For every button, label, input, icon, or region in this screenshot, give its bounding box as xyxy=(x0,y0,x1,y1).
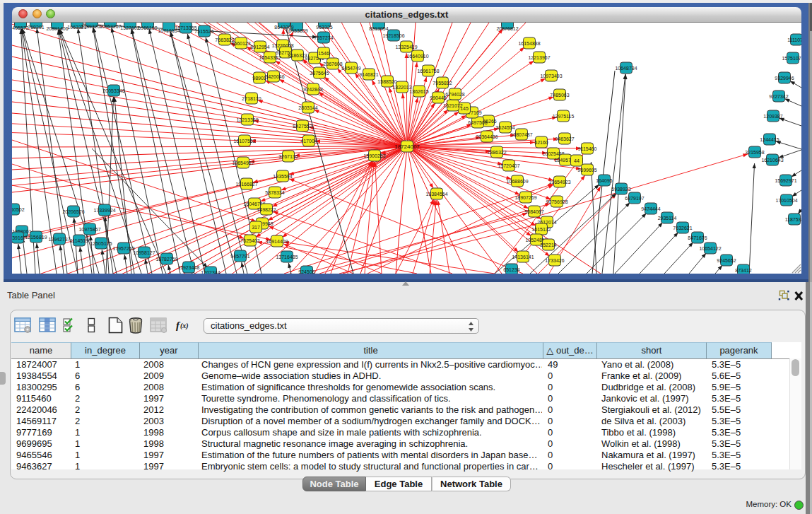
svg-text:16210643: 16210643 xyxy=(761,158,783,163)
svg-text:8427552: 8427552 xyxy=(293,124,312,129)
svg-text:16640910: 16640910 xyxy=(406,54,428,59)
svg-text:9474444: 9474444 xyxy=(641,206,660,211)
svg-text:10653267: 10653267 xyxy=(99,24,121,29)
svg-text:19654987: 19654987 xyxy=(232,160,254,165)
svg-text:12942737: 12942737 xyxy=(48,237,70,242)
svg-text:5878334: 5878334 xyxy=(265,190,284,195)
svg-text:19166827: 19166827 xyxy=(235,182,257,187)
svg-text:19654923: 19654923 xyxy=(548,180,570,185)
svg-text:990448: 990448 xyxy=(430,95,446,100)
svg-text:1209387: 1209387 xyxy=(763,114,782,119)
svg-text:1527602: 1527602 xyxy=(120,25,139,30)
svg-text:12156819: 12156819 xyxy=(25,235,47,240)
svg-text:1202344: 1202344 xyxy=(201,270,220,274)
svg-text:8912954: 8912954 xyxy=(250,45,269,49)
svg-text:20364436: 20364436 xyxy=(476,134,498,139)
svg-text:164095: 164095 xyxy=(596,178,612,183)
svg-text:16914409: 16914409 xyxy=(266,239,288,244)
svg-text:1733426: 1733426 xyxy=(545,258,564,263)
svg-text:1498222: 1498222 xyxy=(257,207,276,212)
svg-text:1187534: 1187534 xyxy=(785,217,801,222)
svg-text:18907269: 18907269 xyxy=(514,195,536,200)
svg-text:44: 44 xyxy=(574,158,579,163)
svg-text:2718170: 2718170 xyxy=(242,96,261,101)
svg-text:12213369: 12213369 xyxy=(236,117,258,122)
svg-text:16107552: 16107552 xyxy=(233,139,255,144)
svg-text:1546: 1546 xyxy=(318,51,329,56)
svg-text:14136141: 14136141 xyxy=(512,255,534,259)
svg-text:20053346: 20053346 xyxy=(102,88,124,93)
svg-text:9227342: 9227342 xyxy=(769,94,788,99)
svg-text:20891406: 20891406 xyxy=(46,26,68,31)
svg-text:1362615: 1362615 xyxy=(409,89,428,94)
svg-text:3875645: 3875645 xyxy=(310,71,329,76)
svg-text:9463627: 9463627 xyxy=(555,136,574,141)
svg-text:8471676: 8471676 xyxy=(688,235,707,240)
svg-text:3267130: 3267130 xyxy=(278,154,298,159)
svg-text:8813054: 8813054 xyxy=(369,26,388,31)
svg-text:2367608: 2367608 xyxy=(323,62,342,66)
svg-text:13325419: 13325419 xyxy=(395,45,417,49)
svg-text:17010504: 17010504 xyxy=(775,198,797,203)
svg-text:13716485: 13716485 xyxy=(276,255,298,259)
svg-text:98901: 98901 xyxy=(252,76,266,81)
svg-text:6879197: 6879197 xyxy=(625,196,644,201)
svg-text:10654122: 10654122 xyxy=(699,246,721,251)
svg-text:16713355: 16713355 xyxy=(175,25,196,30)
svg-text:8643309: 8643309 xyxy=(274,25,293,30)
svg-text:7357274: 7357274 xyxy=(314,35,333,40)
svg-text:10973493: 10973493 xyxy=(540,74,562,78)
svg-text:1111074: 1111074 xyxy=(787,37,801,42)
svg-text:7485063: 7485063 xyxy=(550,93,569,98)
svg-text:3624554: 3624554 xyxy=(495,125,514,130)
svg-text:1114519: 1114519 xyxy=(70,238,88,243)
svg-text:10688609: 10688609 xyxy=(506,179,528,184)
svg-text:651234: 651234 xyxy=(503,267,519,272)
svg-text:439167: 439167 xyxy=(12,235,26,240)
svg-text:20206576: 20206576 xyxy=(62,209,84,214)
svg-text:62160: 62160 xyxy=(534,140,548,145)
svg-text:16961758: 16961758 xyxy=(417,69,439,74)
svg-text:(x): (x) xyxy=(180,322,189,330)
svg-text:10648784: 10648784 xyxy=(615,66,637,71)
svg-text:7386322: 7386322 xyxy=(487,150,506,155)
svg-text:9242848: 9242848 xyxy=(303,87,322,92)
svg-text:20876812: 20876812 xyxy=(496,26,518,31)
svg-text:1244415: 1244415 xyxy=(760,137,779,142)
svg-text:873412: 873412 xyxy=(735,268,751,273)
svg-text:7515526: 7515526 xyxy=(194,29,213,34)
svg-text:1615132: 1615132 xyxy=(531,227,551,232)
svg-text:8454749: 8454749 xyxy=(341,66,360,71)
svg-text:18724007: 18724007 xyxy=(394,144,420,150)
svg-text:16154838: 16154838 xyxy=(518,41,540,46)
svg-text:9084067: 9084067 xyxy=(524,209,543,214)
svg-text:9457791: 9457791 xyxy=(230,254,249,259)
svg-text:317: 317 xyxy=(252,225,260,230)
svg-text:1335594: 1335594 xyxy=(273,174,292,179)
svg-text:5938923: 5938923 xyxy=(611,187,630,192)
svg-text:12505175: 12505175 xyxy=(90,241,112,246)
svg-text:7955812: 7955812 xyxy=(433,81,452,86)
svg-text:12213967: 12213967 xyxy=(528,55,550,60)
svg-text:90756928: 90756928 xyxy=(546,199,567,204)
svg-text:9146821: 9146821 xyxy=(359,72,378,77)
svg-text:6497508: 6497508 xyxy=(468,120,487,125)
svg-text:7632621: 7632621 xyxy=(673,226,692,230)
svg-text:924506: 924506 xyxy=(298,269,314,274)
svg-text:17339924: 17339924 xyxy=(93,208,115,213)
svg-text:26160502: 26160502 xyxy=(12,207,25,212)
svg-text:9115460: 9115460 xyxy=(578,146,597,151)
svg-text:10958127: 10958127 xyxy=(133,250,155,255)
svg-text:7625402: 7625402 xyxy=(240,238,259,243)
svg-text:17957253: 17957253 xyxy=(112,246,134,251)
svg-text:9699695: 9699695 xyxy=(577,168,596,173)
svg-text:1621072: 1621072 xyxy=(443,103,462,108)
svg-text:417004: 417004 xyxy=(300,139,317,144)
svg-text:963325: 963325 xyxy=(316,25,332,30)
svg-text:252214: 252214 xyxy=(540,243,556,247)
svg-text:8660123: 8660123 xyxy=(231,41,250,46)
svg-text:15900283: 15900283 xyxy=(363,153,385,158)
svg-text:11923448: 11923448 xyxy=(178,265,200,270)
svg-text:1588520: 1588520 xyxy=(377,79,396,84)
svg-text:2803144: 2803144 xyxy=(298,105,317,110)
